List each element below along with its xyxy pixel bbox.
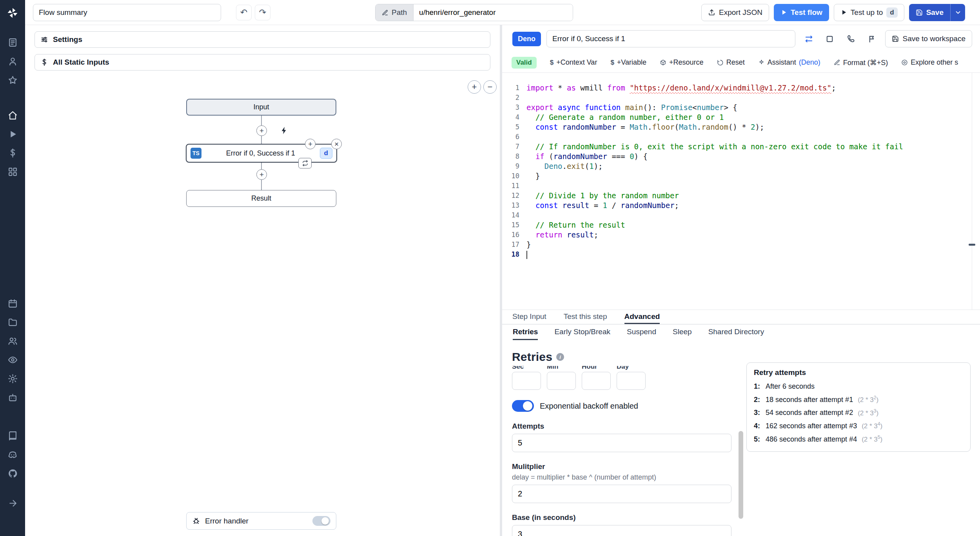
input-node[interactable]: Input — [186, 99, 336, 116]
add-variable-button[interactable]: $+Variable — [610, 58, 646, 67]
save-dropdown-button[interactable] — [950, 4, 965, 21]
error-handler-toggle[interactable] — [312, 516, 330, 526]
resources-grid-icon[interactable] — [4, 162, 22, 181]
code-line[interactable]: 18 — [502, 250, 980, 259]
all-static-inputs-button[interactable]: All Static Inputs — [34, 54, 490, 71]
code-line[interactable]: 7 // If randomNumber is 0, exit the scri… — [502, 142, 980, 152]
phone-button[interactable] — [843, 31, 859, 47]
min-input[interactable] — [547, 372, 576, 390]
code-line[interactable]: 2 — [502, 93, 980, 103]
zoom-in-button[interactable]: + — [468, 80, 481, 94]
hour-input[interactable] — [582, 372, 611, 390]
zoom-out-button[interactable]: − — [483, 80, 497, 94]
attempts-input[interactable] — [512, 434, 731, 452]
export-json-button[interactable]: Export JSON — [701, 4, 769, 21]
info-icon[interactable]: i — [556, 353, 564, 361]
insert-step-button[interactable]: + — [256, 125, 267, 136]
workers-bot-icon[interactable] — [4, 388, 22, 407]
groups-icon[interactable] — [4, 331, 22, 350]
tab-step-input[interactable]: Step Input — [512, 310, 546, 324]
retry-indicator-button[interactable] — [298, 158, 312, 168]
variables-dollar-icon[interactable] — [4, 143, 22, 162]
base-input[interactable] — [512, 525, 731, 536]
delete-step-button[interactable]: × — [331, 139, 342, 149]
assistant-lang-label: (Deno) — [799, 58, 820, 67]
day-input[interactable] — [617, 372, 646, 390]
code-line[interactable]: 12 // Divide 1 by the random number — [502, 191, 980, 201]
subtab-retries[interactable]: Retries — [513, 324, 538, 340]
schedules-calendar-icon[interactable] — [4, 294, 22, 313]
save-to-workspace-button[interactable]: Save to workspace — [885, 30, 972, 47]
code-line[interactable]: 13 const result = 1 / randomNumber; — [502, 201, 980, 210]
path-input[interactable] — [414, 4, 573, 21]
runs-icon[interactable] — [4, 33, 22, 52]
code-line[interactable]: 14 — [502, 210, 980, 220]
trigger-bolt-button[interactable] — [278, 125, 290, 136]
scrollbar-mark[interactable] — [969, 244, 975, 246]
code-line[interactable]: 1import * as wmill from "https://deno.la… — [502, 83, 980, 93]
insert-step-button[interactable]: + — [256, 169, 267, 180]
play-icon[interactable] — [4, 125, 22, 143]
tab-advanced[interactable]: Advanced — [624, 310, 660, 324]
code-line[interactable]: 5 const randomNumber = Math.floor(Math.r… — [502, 122, 980, 132]
flag-button[interactable] — [864, 31, 880, 47]
code-line[interactable]: 15 // Return the result — [502, 220, 980, 230]
step-name-input[interactable] — [546, 30, 795, 47]
discord-icon[interactable] — [4, 445, 22, 464]
subtab-shared-directory[interactable]: Shared Directory — [708, 324, 764, 340]
windmill-logo-icon[interactable] — [4, 4, 22, 22]
collapse-arrow-icon[interactable] — [4, 494, 22, 512]
save-button[interactable]: Save — [909, 4, 950, 21]
subtab-sleep[interactable]: Sleep — [673, 324, 692, 340]
dollar-icon — [40, 58, 48, 66]
undo-button[interactable]: ↶ — [236, 5, 252, 20]
bolt-icon — [280, 126, 289, 135]
github-icon[interactable] — [4, 464, 22, 483]
exponential-backoff-toggle[interactable] — [512, 400, 534, 412]
add-branch-button[interactable]: + — [305, 139, 316, 149]
audit-eye-icon[interactable] — [4, 350, 22, 369]
user-icon[interactable] — [4, 52, 22, 71]
flow-summary-input[interactable] — [33, 4, 221, 21]
multiplier-input[interactable] — [512, 485, 731, 503]
add-resource-button[interactable]: +Resource — [660, 58, 704, 67]
code-line[interactable]: 8 if (randomNumber === 0) { — [502, 152, 980, 161]
favorites-star-icon[interactable] — [4, 71, 22, 89]
explore-button[interactable]: Explore other s — [901, 58, 958, 67]
retry-attempts-card: Retry attempts 1:After 6 seconds2:18 sec… — [746, 362, 971, 452]
code-line[interactable]: 11 — [502, 181, 980, 191]
test-flow-button[interactable]: Test flow — [774, 4, 829, 21]
save-to-workspace-label: Save to workspace — [902, 34, 965, 43]
code-line[interactable]: 10 } — [502, 171, 980, 181]
code-line[interactable]: 3export async function main(): Promise<n… — [502, 103, 980, 112]
settings-gear-icon[interactable] — [4, 369, 22, 388]
reset-button[interactable]: Reset — [717, 58, 745, 67]
test-up-to-button[interactable]: Test up to d — [834, 4, 904, 21]
code-line[interactable]: 4 // Generate a random number, either 0 … — [502, 112, 980, 122]
undo-icon: ↶ — [240, 7, 247, 18]
redo-button[interactable]: ↷ — [255, 5, 270, 20]
code-editor[interactable]: 1import * as wmill from "https://deno.la… — [502, 73, 980, 310]
subtab-suspend[interactable]: Suspend — [627, 324, 656, 340]
result-node[interactable]: Result — [186, 190, 336, 207]
docs-book-icon[interactable] — [4, 426, 22, 445]
code-line[interactable]: 9 Deno.exit(1); — [502, 161, 980, 171]
diff-arrows-button[interactable] — [801, 31, 817, 47]
add-context-var-button[interactable]: $+Context Var — [550, 58, 597, 67]
home-icon[interactable] — [4, 106, 22, 125]
code-line[interactable]: 17} — [502, 240, 980, 250]
expand-box-button[interactable] — [822, 31, 838, 47]
sec-input[interactable] — [512, 372, 541, 390]
code-line[interactable]: 6 — [502, 132, 980, 142]
code-line[interactable]: 16 return result; — [502, 230, 980, 240]
folders-icon[interactable] — [4, 313, 22, 331]
tab-test-this-step[interactable]: Test this step — [564, 310, 607, 324]
scrollbar-thumb[interactable] — [739, 431, 743, 519]
line-number: 17 — [502, 240, 519, 250]
error-handler-box[interactable]: Error handler — [186, 512, 336, 530]
format-button[interactable]: Format (⌘+S) — [834, 58, 888, 67]
subtab-early-stop[interactable]: Early Stop/Break — [554, 324, 610, 340]
flow-settings-button[interactable]: Settings — [34, 31, 490, 48]
input-node-label: Input — [253, 103, 269, 111]
assistant-button[interactable]: Assistant(Deno) — [758, 58, 820, 67]
